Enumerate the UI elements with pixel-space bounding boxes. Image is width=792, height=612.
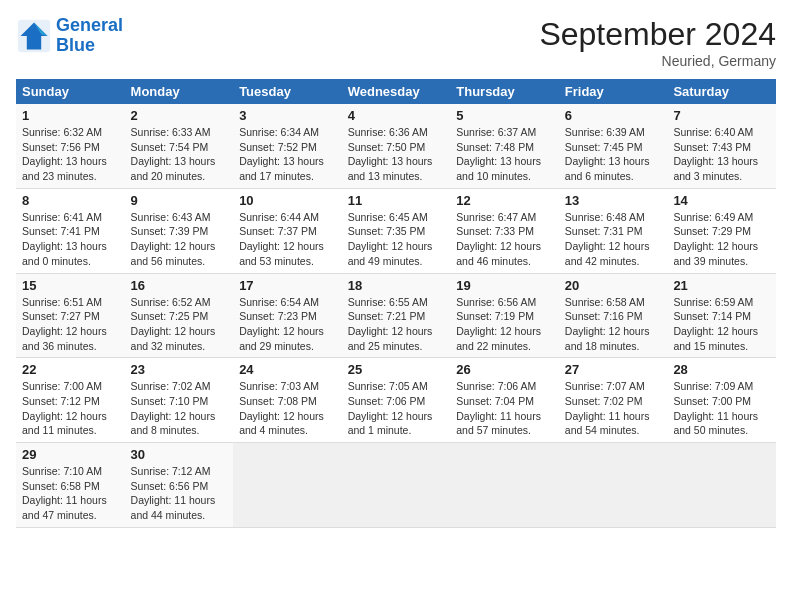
daylight-text: Daylight: 11 hours and 44 minutes. <box>131 493 228 522</box>
calendar-cell: 18Sunrise: 6:55 AMSunset: 7:21 PMDayligh… <box>342 273 451 358</box>
day-info: Sunrise: 7:05 AMSunset: 7:06 PMDaylight:… <box>348 379 445 438</box>
sunset-text: Sunset: 7:19 PM <box>456 309 553 324</box>
calendar-cell: 24Sunrise: 7:03 AMSunset: 7:08 PMDayligh… <box>233 358 342 443</box>
sunset-text: Sunset: 7:27 PM <box>22 309 119 324</box>
calendar-cell: 17Sunrise: 6:54 AMSunset: 7:23 PMDayligh… <box>233 273 342 358</box>
main-container: General Blue September 2024 Neuried, Ger… <box>0 0 792 536</box>
day-info: Sunrise: 6:33 AMSunset: 7:54 PMDaylight:… <box>131 125 228 184</box>
sunrise-text: Sunrise: 6:51 AM <box>22 295 119 310</box>
calendar-cell: 29Sunrise: 7:10 AMSunset: 6:58 PMDayligh… <box>16 443 125 528</box>
sunrise-text: Sunrise: 6:44 AM <box>239 210 336 225</box>
sunset-text: Sunset: 7:41 PM <box>22 224 119 239</box>
logo-general: General <box>56 15 123 35</box>
calendar-cell: 30Sunrise: 7:12 AMSunset: 6:56 PMDayligh… <box>125 443 234 528</box>
sunrise-text: Sunrise: 6:56 AM <box>456 295 553 310</box>
calendar-cell: 13Sunrise: 6:48 AMSunset: 7:31 PMDayligh… <box>559 188 668 273</box>
daylight-text: Daylight: 12 hours and 29 minutes. <box>239 324 336 353</box>
day-info: Sunrise: 6:37 AMSunset: 7:48 PMDaylight:… <box>456 125 553 184</box>
sunrise-text: Sunrise: 6:45 AM <box>348 210 445 225</box>
day-number: 13 <box>565 193 662 208</box>
calendar-cell: 1Sunrise: 6:32 AMSunset: 7:56 PMDaylight… <box>16 104 125 188</box>
col-thursday: Thursday <box>450 79 559 104</box>
day-info: Sunrise: 7:06 AMSunset: 7:04 PMDaylight:… <box>456 379 553 438</box>
day-info: Sunrise: 6:39 AMSunset: 7:45 PMDaylight:… <box>565 125 662 184</box>
calendar-cell: 12Sunrise: 6:47 AMSunset: 7:33 PMDayligh… <box>450 188 559 273</box>
col-friday: Friday <box>559 79 668 104</box>
sunset-text: Sunset: 7:00 PM <box>673 394 770 409</box>
sunset-text: Sunset: 7:35 PM <box>348 224 445 239</box>
day-info: Sunrise: 6:36 AMSunset: 7:50 PMDaylight:… <box>348 125 445 184</box>
calendar-cell <box>342 443 451 528</box>
daylight-text: Daylight: 13 hours and 17 minutes. <box>239 154 336 183</box>
calendar-cell: 28Sunrise: 7:09 AMSunset: 7:00 PMDayligh… <box>667 358 776 443</box>
day-number: 14 <box>673 193 770 208</box>
sunset-text: Sunset: 7:14 PM <box>673 309 770 324</box>
day-number: 25 <box>348 362 445 377</box>
day-number: 9 <box>131 193 228 208</box>
daylight-text: Daylight: 12 hours and 1 minute. <box>348 409 445 438</box>
calendar-cell: 6Sunrise: 6:39 AMSunset: 7:45 PMDaylight… <box>559 104 668 188</box>
sunrise-text: Sunrise: 7:07 AM <box>565 379 662 394</box>
col-tuesday: Tuesday <box>233 79 342 104</box>
day-number: 5 <box>456 108 553 123</box>
sunrise-text: Sunrise: 7:12 AM <box>131 464 228 479</box>
sunrise-text: Sunrise: 6:43 AM <box>131 210 228 225</box>
daylight-text: Daylight: 12 hours and 18 minutes. <box>565 324 662 353</box>
sunset-text: Sunset: 7:43 PM <box>673 140 770 155</box>
day-number: 17 <box>239 278 336 293</box>
day-number: 1 <box>22 108 119 123</box>
sunrise-text: Sunrise: 6:39 AM <box>565 125 662 140</box>
sunrise-text: Sunrise: 7:10 AM <box>22 464 119 479</box>
day-number: 11 <box>348 193 445 208</box>
day-info: Sunrise: 6:34 AMSunset: 7:52 PMDaylight:… <box>239 125 336 184</box>
sunset-text: Sunset: 7:50 PM <box>348 140 445 155</box>
day-info: Sunrise: 7:12 AMSunset: 6:56 PMDaylight:… <box>131 464 228 523</box>
day-number: 2 <box>131 108 228 123</box>
day-number: 21 <box>673 278 770 293</box>
calendar-week-row: 1Sunrise: 6:32 AMSunset: 7:56 PMDaylight… <box>16 104 776 188</box>
sunset-text: Sunset: 7:39 PM <box>131 224 228 239</box>
sunset-text: Sunset: 7:21 PM <box>348 309 445 324</box>
calendar-week-row: 8Sunrise: 6:41 AMSunset: 7:41 PMDaylight… <box>16 188 776 273</box>
sunset-text: Sunset: 7:33 PM <box>456 224 553 239</box>
sunset-text: Sunset: 7:06 PM <box>348 394 445 409</box>
sunset-text: Sunset: 7:52 PM <box>239 140 336 155</box>
sunset-text: Sunset: 6:58 PM <box>22 479 119 494</box>
calendar-cell: 26Sunrise: 7:06 AMSunset: 7:04 PMDayligh… <box>450 358 559 443</box>
sunrise-text: Sunrise: 7:00 AM <box>22 379 119 394</box>
daylight-text: Daylight: 12 hours and 56 minutes. <box>131 239 228 268</box>
calendar-cell: 22Sunrise: 7:00 AMSunset: 7:12 PMDayligh… <box>16 358 125 443</box>
daylight-text: Daylight: 13 hours and 23 minutes. <box>22 154 119 183</box>
day-number: 20 <box>565 278 662 293</box>
calendar-cell: 16Sunrise: 6:52 AMSunset: 7:25 PMDayligh… <box>125 273 234 358</box>
col-wednesday: Wednesday <box>342 79 451 104</box>
daylight-text: Daylight: 11 hours and 50 minutes. <box>673 409 770 438</box>
day-info: Sunrise: 7:03 AMSunset: 7:08 PMDaylight:… <box>239 379 336 438</box>
day-number: 3 <box>239 108 336 123</box>
day-number: 26 <box>456 362 553 377</box>
sunrise-text: Sunrise: 6:37 AM <box>456 125 553 140</box>
day-info: Sunrise: 6:49 AMSunset: 7:29 PMDaylight:… <box>673 210 770 269</box>
day-number: 30 <box>131 447 228 462</box>
calendar-table: Sunday Monday Tuesday Wednesday Thursday… <box>16 79 776 528</box>
day-info: Sunrise: 6:43 AMSunset: 7:39 PMDaylight:… <box>131 210 228 269</box>
sunrise-text: Sunrise: 7:02 AM <box>131 379 228 394</box>
day-info: Sunrise: 6:45 AMSunset: 7:35 PMDaylight:… <box>348 210 445 269</box>
sunset-text: Sunset: 7:23 PM <box>239 309 336 324</box>
sunset-text: Sunset: 7:16 PM <box>565 309 662 324</box>
calendar-cell <box>667 443 776 528</box>
sunrise-text: Sunrise: 6:52 AM <box>131 295 228 310</box>
sunrise-text: Sunrise: 7:06 AM <box>456 379 553 394</box>
calendar-cell: 11Sunrise: 6:45 AMSunset: 7:35 PMDayligh… <box>342 188 451 273</box>
sunrise-text: Sunrise: 6:41 AM <box>22 210 119 225</box>
calendar-cell: 27Sunrise: 7:07 AMSunset: 7:02 PMDayligh… <box>559 358 668 443</box>
calendar-cell: 4Sunrise: 6:36 AMSunset: 7:50 PMDaylight… <box>342 104 451 188</box>
day-number: 24 <box>239 362 336 377</box>
logo: General Blue <box>16 16 123 56</box>
daylight-text: Daylight: 12 hours and 25 minutes. <box>348 324 445 353</box>
sunrise-text: Sunrise: 6:54 AM <box>239 295 336 310</box>
logo-icon <box>16 18 52 54</box>
day-info: Sunrise: 6:48 AMSunset: 7:31 PMDaylight:… <box>565 210 662 269</box>
col-monday: Monday <box>125 79 234 104</box>
calendar-cell: 23Sunrise: 7:02 AMSunset: 7:10 PMDayligh… <box>125 358 234 443</box>
